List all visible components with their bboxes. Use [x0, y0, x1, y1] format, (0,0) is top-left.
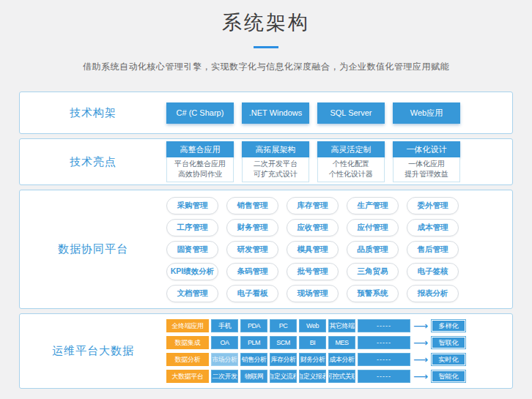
ops-item-chip[interactable]: 其它终端 [328, 319, 355, 332]
tech-stack-button[interactable]: Web应用 [393, 102, 460, 124]
highlight-card-line: 可扩充式设计 [243, 169, 309, 179]
module-button[interactable]: 固资管理 [166, 241, 218, 258]
panel-label-tech-stack: 技术构架 [20, 106, 166, 120]
module-button[interactable]: 文档管理 [166, 285, 218, 302]
ops-item-chip[interactable]: 销售分析 [240, 353, 267, 366]
arrow-right-icon: ⟶ [413, 338, 429, 348]
module-button[interactable]: 现场管理 [287, 285, 339, 302]
highlight-card-title: 一体化设计 [393, 141, 460, 157]
highlight-card-title: 高拓展架构 [242, 141, 309, 157]
ops-item-chip[interactable]: 成本分析 [328, 353, 355, 366]
panel-label-highlights: 技术亮点 [20, 155, 166, 169]
ops-item-chip[interactable]: BI [299, 336, 326, 349]
module-button[interactable]: 售后管理 [407, 241, 459, 258]
module-grid: 采购管理销售管理库存管理生产管理委外管理工序管理财务管理应收管理应付管理成本管理… [166, 197, 512, 302]
ops-category-chip[interactable]: 数据分析 [166, 353, 209, 366]
ops-category-chip[interactable]: 大数据平台 [166, 370, 209, 383]
ops-category-chip[interactable]: 全终端应用 [166, 319, 209, 332]
module-button[interactable]: 研发管理 [226, 241, 278, 258]
highlight-card-body: 平台化整合应用高效协同作业 [166, 157, 234, 182]
module-button[interactable]: 条码管理 [226, 263, 278, 280]
highlight-card: 一体化设计一体化应用提升管理效益 [393, 141, 460, 182]
module-button[interactable]: 生产管理 [347, 197, 399, 215]
module-button[interactable]: KPI绩效分析 [166, 263, 218, 280]
ops-more-chip[interactable]: ----- [358, 319, 410, 332]
module-button[interactable]: 预警系统 [347, 285, 399, 302]
highlight-card-title: 高整合应用 [166, 141, 234, 157]
module-button[interactable]: 电子看板 [226, 285, 278, 302]
ops-result-chip[interactable]: 多样化 [431, 319, 466, 332]
arrow-right-icon: ⟶ [413, 354, 429, 365]
ops-item-chip[interactable]: 市场分析 [211, 353, 238, 366]
arrow-right-icon: ⟶ [413, 371, 429, 381]
ops-row: 数据分析市场分析销售分析库存分析财务分析成本分析-----⟶实时化 [166, 353, 512, 366]
highlight-card: 高整合应用平台化整合应用高效协同作业 [166, 141, 234, 182]
highlight-card-line: 提升管理效益 [394, 169, 459, 179]
ops-result-chip[interactable]: 智能化 [431, 370, 466, 383]
panel-data-platform: 数据协同平台 采购管理销售管理库存管理生产管理委外管理工序管理财务管理应收管理应… [19, 190, 513, 309]
ops-row: 数据集成OAPLMSCMBIMES-----⟶智联化 [166, 336, 512, 349]
ops-row-list: 全终端应用手机PDAPCWeb其它终端-----⟶多样化数据集成OAPLMSCM… [166, 319, 512, 383]
system-architecture-page: 系统架构 借助系统自动化核心管理引擎，实现数字化与信息化深度融合，为企业数值化管… [0, 10, 532, 399]
module-button[interactable]: 成本管理 [407, 219, 459, 236]
module-button[interactable]: 工序管理 [166, 219, 218, 236]
panel-ops-bigdata: 运维平台大数据 全终端应用手机PDAPCWeb其它终端-----⟶多样化数据集成… [19, 313, 513, 389]
ops-result-chip[interactable]: 实时化 [431, 353, 466, 366]
module-button[interactable]: 应付管理 [347, 219, 399, 236]
module-button[interactable]: 销售管理 [226, 197, 278, 215]
ops-category-chip[interactable]: 数据集成 [166, 336, 209, 349]
module-button[interactable]: 采购管理 [166, 197, 218, 215]
ops-item-chip[interactable]: 物联网 [240, 370, 267, 383]
ops-item-chip[interactable]: PDA [240, 319, 267, 332]
highlight-card: 高拓展架构二次开发平台可扩充式设计 [242, 141, 309, 182]
highlight-card-line: 高效协同作业 [167, 169, 233, 179]
ops-row: 大数据平台二次开发物联网自定义流程自定义报表可控式关联-----⟶智能化 [166, 370, 512, 383]
module-button[interactable]: 应收管理 [287, 219, 339, 236]
ops-item-chip[interactable]: 手机 [211, 319, 238, 332]
ops-more-chip[interactable]: ----- [358, 370, 410, 383]
title-underline [254, 46, 278, 48]
ops-more-chip[interactable]: ----- [358, 336, 410, 349]
panel-label-ops-bigdata: 运维平台大数据 [20, 344, 166, 358]
highlight-card-title: 高灵活定制 [317, 141, 385, 157]
module-button[interactable]: 报表分析 [407, 285, 459, 302]
highlight-card-line: 个性化设计器 [318, 169, 384, 179]
tech-stack-button[interactable]: .NET Windows [242, 102, 309, 124]
ops-more-chip[interactable]: ----- [358, 353, 410, 366]
ops-item-chip[interactable]: 自定义报表 [299, 370, 326, 383]
ops-result-chip[interactable]: 智联化 [431, 336, 466, 349]
highlight-card-body: 个性化配置个性化设计器 [317, 157, 385, 182]
tech-stack-button[interactable]: C# (C Sharp) [166, 102, 234, 124]
panel-highlights: 技术亮点 高整合应用平台化整合应用高效协同作业高拓展架构二次开发平台可扩充式设计… [19, 138, 513, 185]
highlight-card-body: 二次开发平台可扩充式设计 [242, 157, 309, 182]
ops-item-chip[interactable]: Web [299, 319, 326, 332]
module-button[interactable]: 财务管理 [226, 219, 278, 236]
ops-item-chip[interactable]: 二次开发 [211, 370, 238, 383]
ops-item-chip[interactable]: OA [211, 336, 238, 349]
highlight-card-body: 一体化应用提升管理效益 [393, 157, 460, 182]
module-button[interactable]: 批号管理 [287, 263, 339, 280]
highlight-card-line: 平台化整合应用 [167, 159, 233, 169]
ops-item-chip[interactable]: PC [270, 319, 297, 332]
page-subtitle: 借助系统自动化核心管理引擎，实现数字化与信息化深度融合，为企业数值化管理应用赋能 [0, 61, 532, 73]
ops-item-chip[interactable]: 可控式关联 [328, 370, 355, 383]
ops-item-chip[interactable]: 自定义流程 [270, 370, 297, 383]
ops-item-chip[interactable]: 库存分析 [270, 353, 297, 366]
tech-stack-button[interactable]: SQL Server [317, 102, 385, 124]
module-button[interactable]: 模具管理 [287, 241, 339, 258]
ops-item-chip[interactable]: SCM [270, 336, 297, 349]
highlight-card-line: 二次开发平台 [243, 159, 309, 169]
panel-stack: 技术构架 C# (C Sharp).NET WindowsSQL ServerW… [19, 92, 513, 389]
ops-row: 全终端应用手机PDAPCWeb其它终端-----⟶多样化 [166, 319, 512, 332]
module-button[interactable]: 品质管理 [347, 241, 399, 258]
ops-item-chip[interactable]: PLM [240, 336, 267, 349]
ops-item-chip[interactable]: 财务分析 [299, 353, 326, 366]
module-button[interactable]: 委外管理 [407, 197, 459, 215]
ops-item-chip[interactable]: MES [328, 336, 355, 349]
module-button[interactable]: 库存管理 [287, 197, 339, 215]
tech-stack-button-row: C# (C Sharp).NET WindowsSQL ServerWeb应用 [166, 102, 512, 124]
highlight-card-line: 一体化应用 [394, 159, 459, 169]
module-button[interactable]: 电子签核 [407, 263, 459, 280]
page-title: 系统架构 [0, 10, 532, 35]
module-button[interactable]: 三角贸易 [347, 263, 399, 280]
